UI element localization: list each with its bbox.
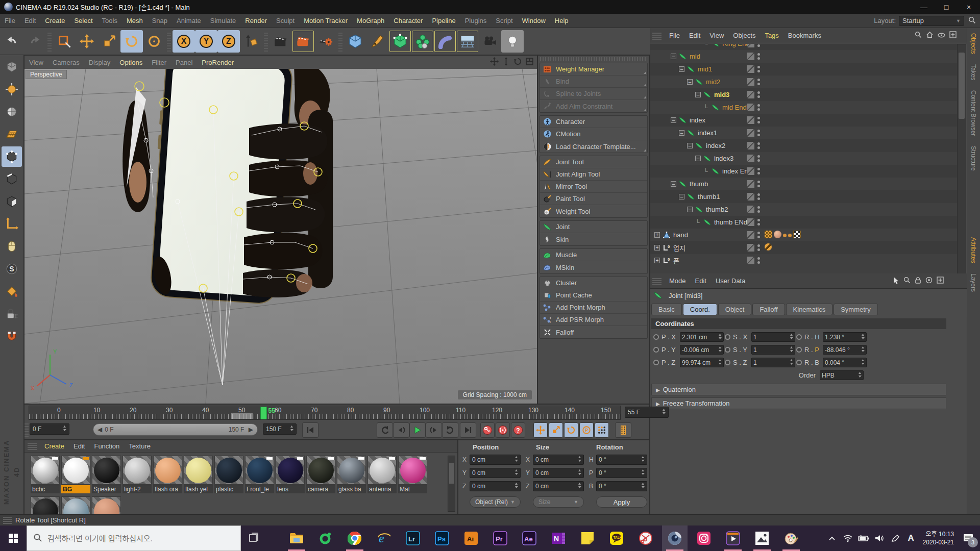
- material-preview[interactable]: [398, 456, 427, 485]
- key-parameter-button[interactable]: P: [579, 422, 594, 438]
- object-name[interactable]: mid2: [706, 78, 720, 86]
- menu-mograph[interactable]: MoGraph: [352, 17, 389, 24]
- visibility-dots-icon[interactable]: [757, 44, 760, 47]
- key-rotation-button[interactable]: [564, 422, 578, 438]
- move-tool-icon[interactable]: [76, 30, 98, 53]
- attr-menu-user-data[interactable]: User Data: [711, 277, 750, 285]
- object-tree-scrollbar[interactable]: [957, 44, 966, 287]
- palette-item-weight-tool[interactable]: Weight Tool: [540, 205, 647, 217]
- coordinate-system-icon[interactable]: [240, 30, 262, 53]
- size-x-field[interactable]: 0 cm: [533, 455, 584, 465]
- render-picture-viewer-icon[interactable]: [292, 30, 314, 53]
- visibility-dots-icon[interactable]: [757, 91, 760, 98]
- viewport-3d-scene[interactable]: Y X Z: [24, 69, 537, 404]
- dot[interactable]: [757, 146, 760, 149]
- palette-item-character[interactable]: Character: [540, 116, 647, 128]
- expand-icon[interactable]: +: [654, 245, 660, 251]
- viewport-toggle-views-icon[interactable]: [525, 57, 534, 67]
- stepper-icon[interactable]: [718, 333, 722, 341]
- material-preview[interactable]: [245, 456, 274, 485]
- stepper-icon[interactable]: [662, 408, 666, 416]
- palette-item-falloff[interactable]: Falloff: [540, 326, 647, 338]
- palette-item-joint-align-tool[interactable]: Joint Align Tool: [540, 168, 647, 181]
- expand-icon[interactable]: +: [654, 232, 660, 238]
- visibility-dots-icon[interactable]: [757, 193, 760, 200]
- material-preview[interactable]: [31, 496, 60, 514]
- tree-row-mid[interactable]: –mid: [650, 50, 957, 63]
- display-tag-icon[interactable]: [747, 218, 754, 226]
- volume-icon[interactable]: [873, 531, 886, 546]
- dot[interactable]: [757, 57, 760, 60]
- material-row2-item[interactable]: [31, 496, 60, 514]
- dot[interactable]: [757, 193, 760, 196]
- material-preview[interactable]: [184, 456, 213, 485]
- stepper-icon[interactable]: [641, 469, 645, 477]
- chrome-taskbar-icon[interactable]: [342, 525, 368, 551]
- om-menu-edit[interactable]: Edit: [684, 32, 705, 39]
- dot[interactable]: [757, 70, 760, 72]
- keyframe-circle-icon[interactable]: [725, 360, 730, 365]
- viewport-canvas[interactable]: Perspective Grid Spacing : 1000 cm: [24, 69, 537, 404]
- live-selection-icon[interactable]: [53, 30, 76, 53]
- position-y-field[interactable]: 0 cm: [470, 468, 521, 478]
- material-mat[interactable]: Mat: [398, 456, 427, 493]
- keyframe-circle-icon[interactable]: [796, 347, 802, 353]
- palette-item-cmotion[interactable]: CMotion: [540, 128, 647, 140]
- dot[interactable]: [757, 66, 760, 68]
- menu-animate[interactable]: Animate: [172, 17, 206, 24]
- current-frame-field[interactable]: 55 F: [625, 407, 669, 418]
- dot[interactable]: [757, 206, 760, 209]
- tree-row-mid-End[interactable]: └mid End: [650, 101, 957, 114]
- key-position-button[interactable]: [533, 422, 548, 438]
- rotation-b-field[interactable]: 0 °: [596, 481, 647, 491]
- position-z-field[interactable]: 0 cm: [470, 481, 521, 491]
- lock-y-axis-icon[interactable]: Y: [195, 30, 217, 53]
- range-right-arrow[interactable]: ▶: [249, 426, 253, 433]
- display-tag-icon[interactable]: [747, 193, 754, 201]
- visibility-dots-icon[interactable]: [757, 130, 760, 136]
- subdivision-surface-icon[interactable]: [389, 30, 411, 53]
- stepper-icon[interactable]: [861, 359, 865, 367]
- autokeying-button[interactable]: [496, 422, 510, 438]
- object-name[interactable]: index: [690, 116, 705, 124]
- goto-start-button[interactable]: [302, 422, 318, 438]
- dot[interactable]: [757, 223, 760, 226]
- cinema4d-taskbar-icon[interactable]: [662, 525, 688, 551]
- dot[interactable]: [757, 83, 760, 85]
- previous-frame-button[interactable]: [393, 422, 409, 438]
- palette-item-mirror-tool[interactable]: Mirror Tool: [540, 181, 647, 193]
- after-effects-taskbar-icon[interactable]: Ae: [517, 525, 542, 551]
- keyframe-circle-icon[interactable]: [796, 360, 802, 365]
- position-x-field[interactable]: 0 cm: [470, 455, 521, 465]
- dot[interactable]: [757, 172, 760, 174]
- viewport-menu-options[interactable]: Options: [115, 59, 147, 66]
- premiere-taskbar-icon[interactable]: Pr: [487, 525, 513, 551]
- timeline-grip[interactable]: [24, 422, 29, 437]
- object-manager-grip[interactable]: [652, 32, 662, 40]
- visibility-dots-icon[interactable]: [757, 257, 760, 264]
- primitive-cube-icon[interactable]: [344, 30, 366, 53]
- display-tag-icon[interactable]: [747, 206, 754, 213]
- lightroom-taskbar-icon[interactable]: Lr: [400, 525, 426, 551]
- viewport-menu-filter[interactable]: Filter: [147, 59, 171, 66]
- dot[interactable]: [757, 53, 760, 56]
- lock-x-axis-icon[interactable]: X: [173, 30, 195, 53]
- dot[interactable]: [757, 257, 760, 260]
- palette-item-joint[interactable]: Joint: [540, 221, 647, 233]
- environment-floor-icon[interactable]: [456, 30, 479, 53]
- dot[interactable]: [757, 236, 760, 238]
- menu-simulate[interactable]: Simulate: [206, 17, 241, 24]
- display-tag-icon[interactable]: [747, 180, 754, 188]
- dot[interactable]: [757, 117, 760, 119]
- stepper-icon[interactable]: [514, 456, 518, 464]
- next-frame-button[interactable]: [426, 422, 442, 438]
- attr-p-field[interactable]: -0.006 cm: [680, 345, 724, 355]
- search-icon[interactable]: [915, 31, 922, 40]
- palette-item-point-cache[interactable]: Point Cache: [540, 289, 647, 302]
- palette-item-weight-manager[interactable]: Weight Manager: [540, 63, 647, 76]
- render-view-icon[interactable]: [270, 30, 292, 53]
- key-pla-button[interactable]: [595, 422, 609, 438]
- material-preview[interactable]: [92, 496, 121, 514]
- object-name[interactable]: hand: [673, 231, 688, 239]
- dot[interactable]: [757, 210, 760, 213]
